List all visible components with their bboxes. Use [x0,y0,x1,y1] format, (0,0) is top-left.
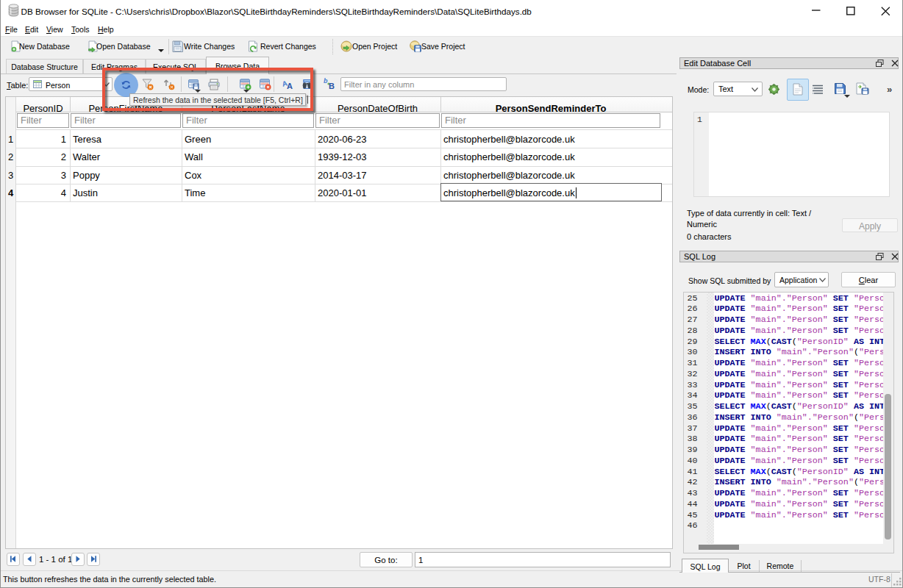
svg-text:B: B [329,82,335,90]
svg-text:b: b [324,77,328,85]
